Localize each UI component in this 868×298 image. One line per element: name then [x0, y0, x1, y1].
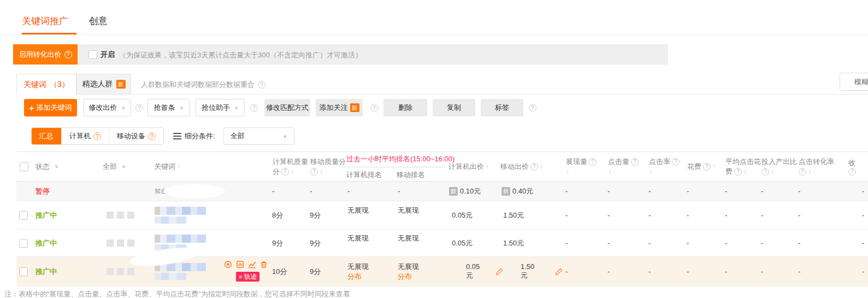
metric-value: -: [605, 257, 646, 286]
bullseye-icon[interactable]: [224, 260, 232, 268]
col-clipped[interactable]: 收 ?: [841, 152, 868, 181]
trend-icon[interactable]: [248, 260, 256, 268]
metric-value: -: [795, 201, 841, 229]
tab-keyword-promotion[interactable]: 关键词推广: [22, 15, 68, 27]
col-impressions[interactable]: 展现量? ↑: [563, 152, 605, 181]
sort-asc-icon[interactable]: ↑: [320, 167, 323, 177]
delete-button[interactable]: 删除: [383, 99, 427, 116]
subtabs-divider: [16, 94, 868, 95]
col-keyword[interactable]: 关键词↑: [137, 152, 269, 181]
sort-asc-icon[interactable]: ↑: [771, 167, 774, 177]
col-pc-bid[interactable]: 计算机出价↑: [445, 152, 497, 181]
metric-value: -: [795, 230, 841, 256]
help-icon[interactable]: ?: [703, 163, 711, 171]
tag-button[interactable]: 标签: [481, 99, 523, 116]
col-mobile-quality[interactable]: 移动质量分 ?↑: [307, 152, 343, 181]
enable-conversion-bid-button[interactable]: 启用转化出价 ?: [13, 44, 78, 65]
col-avg-cpc[interactable]: 平均点击花 费?↑: [722, 152, 758, 181]
sort-asc-icon[interactable]: ↑: [649, 167, 652, 177]
col-ctr[interactable]: 点击率? ↑: [646, 152, 684, 181]
col-roi[interactable]: 投入产出比 ?↑: [758, 152, 795, 181]
help-icon[interactable]: ?: [258, 81, 265, 89]
col-pc-quality[interactable]: 计算机质量 分?↑: [269, 152, 307, 181]
top-tab-bar: 关键词推广 创意: [0, 0, 868, 35]
device-tab-pc[interactable]: 计算机 ?: [61, 128, 109, 144]
fuzzy-button[interactable]: 模糊: [840, 73, 868, 91]
col-status-label: 状态: [36, 162, 50, 172]
help-icon[interactable]: ?: [64, 51, 72, 59]
help-icon[interactable]: ?: [93, 132, 101, 140]
sort-asc-icon[interactable]: ↑: [743, 167, 747, 177]
col-all[interactable]: 全部∨: [80, 152, 137, 181]
col-pc-rank: 计算机排名: [343, 170, 393, 180]
sort-asc-icon[interactable]: ↑: [808, 167, 811, 177]
col-avg-cpc-l1: 平均点击花: [725, 157, 761, 167]
tab-keywords[interactable]: 关键词 （3）: [16, 74, 76, 95]
mobile-rank-value: 无展现: [398, 262, 419, 272]
distribution-link[interactable]: 分布: [398, 272, 412, 282]
help-icon[interactable]: ?: [761, 168, 769, 176]
device-tab-pc-label: 计算机: [69, 131, 91, 141]
sort-asc-icon[interactable]: ↑: [177, 162, 180, 172]
device-tab-mobile-label: 移动设备: [117, 131, 145, 141]
help-icon[interactable]: ?: [799, 168, 806, 176]
metric-value: -: [684, 257, 722, 286]
tab-selected-audience[interactable]: 精选人群 新: [76, 74, 131, 95]
help-icon[interactable]: ?: [370, 104, 378, 112]
help-icon[interactable]: ?: [631, 158, 639, 166]
row-checkbox[interactable]: [19, 267, 28, 276]
sort-asc-icon[interactable]: ↑: [712, 162, 716, 172]
col-cost[interactable]: 花费?↑: [684, 152, 722, 181]
help-icon[interactable]: ?: [734, 168, 742, 176]
col-clicks[interactable]: 点击量? ↑: [605, 152, 646, 181]
select-all-checkbox[interactable]: [20, 162, 28, 171]
sort-asc-icon[interactable]: ↑: [540, 162, 543, 172]
tab-creative[interactable]: 创意: [89, 15, 108, 27]
modify-match-button[interactable]: 修改匹配方式: [264, 99, 310, 116]
device-tab-summary[interactable]: 汇总: [32, 128, 61, 144]
help-icon[interactable]: ?: [281, 168, 289, 176]
enable-checkbox[interactable]: [88, 50, 97, 59]
help-icon[interactable]: ?: [148, 132, 156, 140]
modify-bid-button[interactable]: 修改出价 ∨: [83, 99, 131, 116]
add-watch-button[interactable]: 添加关注 新: [316, 99, 363, 116]
row-checkbox[interactable]: [19, 239, 28, 248]
col-mobile-bid[interactable]: 移动出价?↑: [497, 152, 563, 181]
sort-asc-icon[interactable]: ↑: [486, 162, 489, 172]
help-icon[interactable]: ?: [135, 104, 143, 112]
help-icon[interactable]: ?: [250, 104, 258, 112]
help-icon[interactable]: ?: [530, 163, 538, 171]
help-icon[interactable]: ?: [529, 104, 536, 112]
table-row: 推广中 9分 9分 无展现 无展现 0.05元 1.50元 - - - - - …: [16, 230, 868, 257]
metric-value: -: [758, 201, 795, 229]
device-tab-mobile[interactable]: 移动设备 ?: [109, 128, 163, 144]
rank-assistant-button[interactable]: 抢位助手 ∨: [196, 99, 245, 116]
col-status[interactable]: 状态∨: [32, 152, 80, 181]
help-icon[interactable]: ?: [672, 158, 680, 166]
metric-value: -: [605, 201, 646, 229]
trash-icon[interactable]: [260, 260, 268, 268]
col-mobile-quality-label: 移动质量分: [310, 157, 346, 167]
help-icon[interactable]: ?: [310, 168, 318, 176]
distribution-link[interactable]: 分布: [347, 272, 362, 282]
col-roi-label: 投入产出比: [761, 157, 797, 167]
row-checkbox[interactable]: [19, 211, 28, 220]
report-icon[interactable]: [236, 260, 244, 268]
copy-button[interactable]: 复制: [433, 99, 475, 116]
masked-keyword: ≡ 轨迹: [137, 257, 269, 286]
bid-badge-discount: 折: [501, 187, 510, 196]
help-icon[interactable]: ?: [589, 158, 597, 166]
grab-headline-button[interactable]: 抢首条 ∨: [147, 99, 190, 116]
sort-asc-icon[interactable]: ↑: [291, 167, 294, 177]
add-keyword-button[interactable]: + 添加关键词: [24, 99, 77, 116]
trace-badge[interactable]: ≡ 轨迹: [236, 272, 259, 282]
segment-filter-select[interactable]: 全部 ∨: [223, 127, 294, 145]
edit-icon[interactable]: [555, 268, 563, 276]
pc-rank-value: -: [343, 182, 393, 201]
col-cvr[interactable]: 点击转化率 ?↑: [795, 152, 841, 181]
metric-value: -: [841, 182, 868, 201]
modify-match-label: 修改匹配方式: [266, 103, 309, 113]
help-icon[interactable]: ?: [848, 168, 856, 176]
sort-asc-icon[interactable]: ↑: [566, 167, 569, 177]
sort-asc-icon[interactable]: ↑: [608, 167, 611, 177]
